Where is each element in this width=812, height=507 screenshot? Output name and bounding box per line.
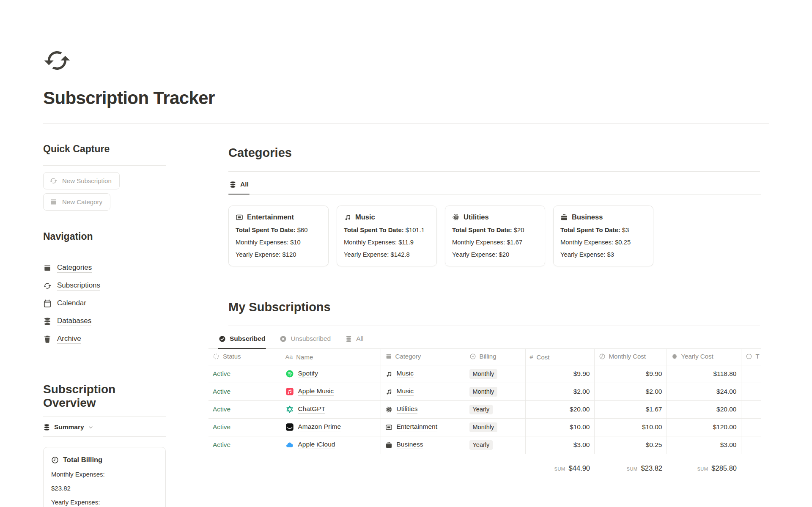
table-row-apple-music: Active Apple Music Music Monthly $2.00 $… (208, 383, 761, 400)
check-circle-icon (219, 335, 226, 343)
new-subscription-button[interactable]: New Subscription (43, 172, 120, 189)
nav-label: Archive (57, 334, 81, 344)
total-spent-label: Total Spent To Date: (344, 227, 404, 233)
column-header-truncated[interactable]: T (741, 349, 761, 365)
category-cell[interactable]: Entertainment (381, 418, 465, 436)
music-note-icon (385, 388, 392, 395)
yearly-expenses-label: Yearly Expenses: (51, 499, 158, 506)
card-monthly: Monthly Expenses: $0.25 (560, 239, 646, 246)
column-header-billing[interactable]: Billing (465, 349, 525, 365)
cost-sum[interactable]: SUM$44.90 (525, 454, 594, 477)
name-cell[interactable]: Spotify (281, 365, 381, 383)
chevron-down-icon (88, 425, 93, 430)
name-cell[interactable]: ChatGPT (281, 400, 381, 418)
sidebar-item-calendar[interactable]: Calendar (43, 299, 166, 308)
category-card-music[interactable]: Music Total Spent To Date:$101.1 Monthly… (337, 206, 437, 266)
divider (43, 436, 166, 437)
subscription-overview-heading: Subscription Overview (43, 383, 166, 410)
atom-icon (385, 406, 392, 413)
text-aa-icon: Aa (285, 354, 293, 360)
sync-logo-icon[interactable] (43, 47, 71, 74)
monthly-cost-cell[interactable]: $9.90 (594, 365, 667, 383)
card-name: Utilities (464, 213, 489, 221)
subscriptions-table: Status AaName Category Billing #Cost Mon… (208, 349, 761, 477)
yearly-cost-cell[interactable]: $118.80 (667, 365, 741, 383)
extra-cell[interactable] (741, 365, 761, 383)
sidebar-item-categories[interactable]: Categories (43, 263, 166, 273)
tab-unsubscribed[interactable]: Unsubscribed (279, 335, 332, 348)
billing-cell[interactable]: Monthly (465, 383, 525, 400)
sidebar-item-subscriptions[interactable]: Subscriptions (43, 281, 166, 290)
status-cell[interactable]: Active (208, 436, 281, 454)
tab-subscribed[interactable]: Subscribed (218, 335, 266, 348)
yearly-cost-cell[interactable]: $3.00 (667, 436, 741, 454)
column-header-status[interactable]: Status (208, 349, 281, 365)
column-header-cost[interactable]: #Cost (525, 349, 594, 365)
total-billing-card[interactable]: Total Billing Monthly Expenses: $23.82 Y… (43, 447, 166, 507)
billing-cell[interactable]: Monthly (465, 418, 525, 436)
status-cell[interactable]: Active (208, 400, 281, 418)
category-cell[interactable]: Music (381, 383, 465, 400)
status-cell[interactable]: Active (208, 365, 281, 383)
column-header-yearly-cost[interactable]: Yearly Cost (667, 349, 741, 365)
cost-cell[interactable]: $3.00 (525, 436, 594, 454)
name-cell[interactable]: Apple Music (281, 383, 381, 400)
sync-icon (43, 282, 52, 290)
monthly-expenses-value: $23.82 (51, 485, 158, 492)
music-note-icon (344, 214, 351, 221)
card-name: Entertainment (247, 213, 294, 221)
cost-cell[interactable]: $9.90 (525, 365, 594, 383)
yearly-cost-cell[interactable]: $24.00 (667, 383, 741, 400)
status-cell[interactable]: Active (208, 383, 281, 400)
total-spent-value: $20 (514, 227, 524, 233)
card-name: Business (572, 213, 603, 221)
footer-empty (281, 454, 381, 477)
category-card-entertainment[interactable]: Entertainment Total Spent To Date:$60 Mo… (228, 206, 329, 266)
billing-cell[interactable]: Monthly (465, 365, 525, 383)
cost-cell[interactable]: $10.00 (525, 418, 594, 436)
apple-music-icon (285, 387, 294, 396)
cost-cell[interactable]: $2.00 (525, 383, 594, 400)
extra-cell[interactable] (741, 436, 761, 454)
total-spent-label: Total Spent To Date: (236, 227, 296, 233)
monthly-cost-cell[interactable]: $2.00 (594, 383, 667, 400)
name-cell[interactable]: Amazon Prime (281, 418, 381, 436)
extra-cell[interactable] (741, 400, 761, 418)
yearly-cost-sum[interactable]: SUM$285.80 (667, 454, 741, 477)
monthly-cost-cell[interactable]: $1.67 (594, 400, 667, 418)
category-card-business[interactable]: Business Total Spent To Date:$3 Monthly … (553, 206, 653, 266)
billing-cell[interactable]: Yearly (465, 436, 525, 454)
status-cell[interactable]: Active (208, 418, 281, 436)
tab-categories-all[interactable]: All (228, 181, 250, 194)
name-cell[interactable]: Apple iCloud (281, 436, 381, 454)
total-billing-title: Total Billing (63, 456, 102, 464)
category-cell[interactable]: Business (381, 436, 465, 454)
yearly-cost-cell[interactable]: $120.00 (667, 418, 741, 436)
total-spent-value: $101.1 (406, 227, 425, 233)
billing-cell[interactable]: Yearly (465, 400, 525, 418)
column-header-category[interactable]: Category (381, 349, 465, 365)
table-row-amazon-prime: Active Amazon Prime Entertainment Monthl… (208, 418, 761, 436)
cost-cell[interactable]: $20.00 (525, 400, 594, 418)
monthly-cost-cell[interactable]: $10.00 (594, 418, 667, 436)
category-cell[interactable]: Music (381, 365, 465, 383)
category-cell[interactable]: Utilities (381, 400, 465, 418)
column-header-name[interactable]: AaName (281, 349, 381, 365)
monthly-cost-cell[interactable]: $0.25 (594, 436, 667, 454)
yearly-cost-cell[interactable]: $20.00 (667, 400, 741, 418)
monthly-cost-sum[interactable]: SUM$23.82 (594, 454, 667, 477)
extra-cell[interactable] (741, 383, 761, 400)
extra-cell[interactable] (741, 418, 761, 436)
tab-subscriptions-all[interactable]: All (344, 335, 364, 348)
new-category-button[interactable]: New Category (43, 193, 110, 211)
footer-empty (208, 454, 281, 477)
sidebar-item-databases[interactable]: Databases (43, 317, 166, 326)
column-header-monthly-cost[interactable]: Monthly Cost (594, 349, 667, 365)
card-name: Music (355, 213, 375, 221)
total-spent-label: Total Spent To Date: (452, 227, 512, 233)
category-card-utilities[interactable]: Utilities Total Spent To Date:$20 Monthl… (445, 206, 545, 266)
summary-view-label: Summary (54, 423, 84, 431)
summary-view-tab[interactable]: Summary (43, 417, 166, 436)
tab-label: All (356, 335, 363, 343)
sidebar-item-archive[interactable]: Archive (43, 334, 166, 344)
